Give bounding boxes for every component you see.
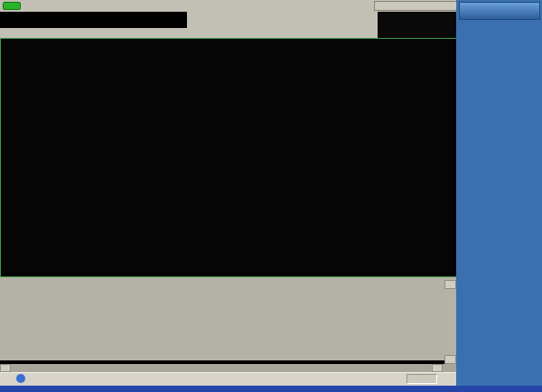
softkey-menu [456,0,542,386]
bottom-strip [0,386,542,392]
scroll-down-button[interactable] [444,355,456,364]
trigger-settings [287,22,378,38]
marker-table-horizontal-scrollbar[interactable] [0,364,458,372]
trace-plot [1,39,457,276]
status-button[interactable] [406,374,437,384]
delta-marker-readout [226,40,454,53]
top-status-bar [0,0,458,38]
message-status-bar [0,372,458,386]
datetime-display [374,1,457,11]
active-function-readout [0,12,187,28]
spectrum-display [0,38,458,277]
pno-settings [201,22,286,38]
lan-status-indicator [3,2,21,10]
analyzer-app [0,0,542,392]
info-icon [16,374,25,383]
menu-title [459,2,540,20]
marker-table-vertical-scrollbar[interactable] [444,280,456,364]
scroll-right-button[interactable] [432,364,443,372]
trace-status-table [378,12,457,38]
scroll-up-button[interactable] [444,280,456,289]
scroll-left-button[interactable] [0,364,11,372]
